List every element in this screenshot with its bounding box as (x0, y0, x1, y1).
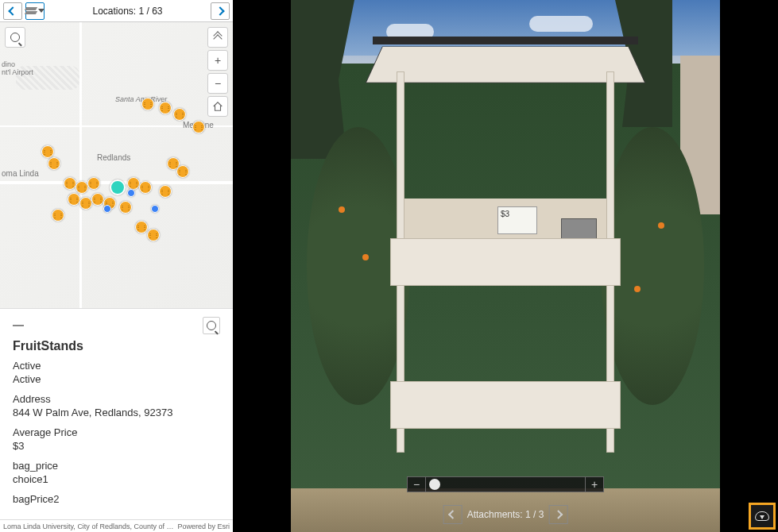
prev-attachment-button[interactable] (443, 505, 463, 524)
attribution-esri[interactable]: Powered by Esri (177, 522, 230, 530)
map-marker[interactable]: ⋮⋮ (75, 181, 88, 194)
next-location-button[interactable] (211, 2, 230, 20)
field-row: Active Active (13, 360, 220, 385)
layers-icon (25, 7, 45, 15)
field-row: Average Price $3 (13, 426, 220, 452)
map-label-redlands: Redlands (97, 153, 130, 162)
field-value: 844 W Palm Ave, Redlands, 92373 (13, 407, 220, 418)
field-value: Active (13, 373, 220, 385)
prev-location-button[interactable] (3, 2, 22, 20)
map-marker[interactable] (103, 205, 111, 213)
map-marker[interactable]: ⋮⋮ (159, 185, 172, 198)
chevron-left-icon (448, 510, 457, 519)
image-zoom-in-button[interactable]: + (585, 476, 604, 492)
field-row: Address 844 W Palm Ave, Redlands, 92373 (13, 393, 220, 418)
map-marker[interactable] (127, 189, 135, 197)
attribution-sources: Loma Linda University, City of Redlands,… (3, 522, 177, 530)
feature-popup: FruitStands Active Active Address 844 W … (0, 309, 233, 519)
selected-marker[interactable] (110, 179, 126, 195)
map-marker[interactable]: ⋮⋮ (68, 193, 80, 206)
search-icon (10, 33, 20, 42)
field-row: bag_price choice1 (13, 460, 220, 485)
map-marker[interactable]: ⋮⋮ (147, 229, 160, 241)
attachments-nav: Attachments: 1 / 3 (443, 505, 568, 524)
chevron-right-icon (554, 510, 563, 519)
zoom-slider: − + (407, 476, 604, 492)
attachment-viewer: $3 − + Attachments: 1 / 3 (233, 0, 778, 532)
map-search-button[interactable] (5, 27, 25, 48)
zoom-slider-thumb[interactable] (429, 479, 440, 490)
photo-fruit (658, 222, 664, 229)
field-label: Active (13, 360, 220, 372)
map-marker[interactable]: ⋮⋮ (135, 221, 148, 233)
locations-header: Locations: 1 / 63 (0, 0, 233, 22)
field-row: bagPrice2 (13, 493, 220, 505)
cloud-download-icon (755, 511, 769, 521)
caret-down-icon (38, 9, 45, 13)
map-expand-button[interactable] (207, 27, 228, 48)
photo-cloud (529, 16, 593, 32)
zoom-slider-track[interactable] (426, 476, 585, 492)
zoom-to-button[interactable] (203, 317, 220, 334)
field-label: bagPrice2 (13, 493, 220, 505)
field-label: Address (13, 393, 220, 405)
chevron-right-icon (215, 6, 224, 15)
map-marker[interactable]: ⋮⋮ (192, 121, 205, 133)
map-marker[interactable]: ⋮⋮ (127, 177, 140, 190)
map-marker[interactable]: ⋮⋮ (79, 197, 92, 210)
field-label: bag_price (13, 460, 220, 472)
field-value: $3 (13, 440, 220, 452)
collapse-button[interactable] (13, 325, 24, 326)
photo-fruit-stand: $3 (390, 40, 621, 453)
photo-fruit (362, 254, 369, 260)
map-marker[interactable]: ⋮⋮ (48, 157, 60, 170)
image-zoom-out-button[interactable]: − (407, 476, 426, 492)
map-marker[interactable]: ⋮⋮ (91, 193, 104, 206)
map-marker[interactable]: ⋮⋮ (87, 177, 100, 190)
map-marker[interactable]: ⋮⋮ (159, 102, 172, 114)
photo-price-sign: $3 (497, 206, 537, 234)
map-marker[interactable]: ⋮⋮ (119, 201, 132, 214)
locations-counter: Locations: 1 / 63 (48, 6, 207, 17)
zoom-icon (207, 321, 216, 330)
field-value: choice1 (13, 473, 220, 485)
map-label-airport: dino nt'l Airport (2, 60, 33, 76)
map-marker[interactable]: ⋮⋮ (41, 145, 54, 158)
map-marker[interactable]: ⋮⋮ (173, 108, 186, 121)
map-attribution: Loma Linda University, City of Redlands,… (0, 519, 233, 532)
map-marker[interactable]: ⋮⋮ (64, 177, 76, 190)
double-chevron-up-icon (215, 34, 221, 40)
map-home-button[interactable] (207, 96, 228, 117)
map-marker[interactable]: ⋮⋮ (52, 209, 64, 222)
basemap-button[interactable] (25, 2, 45, 20)
photo-fruit (339, 206, 345, 213)
road (79, 22, 82, 308)
map-zoom-in-button[interactable]: + (207, 50, 228, 71)
photo-fruit (634, 286, 641, 292)
attachments-counter: Attachments: 1 / 3 (467, 509, 544, 520)
map-controls: + − (207, 27, 228, 117)
map-marker[interactable]: ⋮⋮ (139, 181, 152, 194)
popup-title: FruitStands (13, 339, 220, 353)
field-label: Average Price (13, 426, 220, 438)
map-marker[interactable]: ⋮⋮ (141, 98, 154, 110)
attachment-image[interactable]: $3 (291, 0, 720, 532)
map-basemap (0, 22, 233, 308)
map-marker[interactable] (151, 205, 159, 213)
chevron-left-icon (8, 6, 17, 15)
download-button[interactable] (749, 503, 776, 530)
app-root: Locations: 1 / 63 Redlands Mentone oma L… (0, 0, 778, 532)
locations-panel: Locations: 1 / 63 Redlands Mentone oma L… (0, 0, 233, 532)
map-label-loma-linda: oma Linda (2, 169, 39, 178)
map-marker[interactable]: ⋮⋮ (176, 165, 189, 178)
home-icon (212, 101, 223, 112)
map-zoom-out-button[interactable]: − (207, 73, 228, 94)
map-view[interactable]: Redlands Mentone oma Linda dino nt'l Air… (0, 22, 233, 309)
next-attachment-button[interactable] (548, 505, 567, 524)
